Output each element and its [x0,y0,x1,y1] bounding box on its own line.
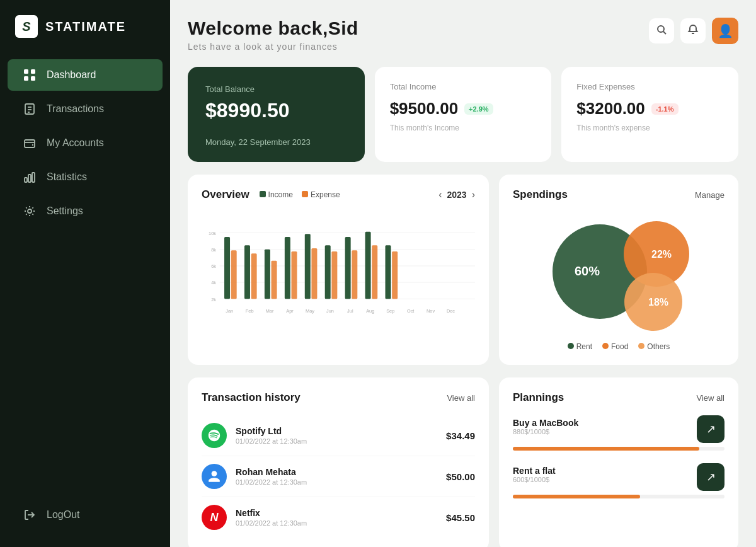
bottom-section: Transaction history View all Spotify Ltd… [188,377,738,547]
txn-date: 01/02/2022 at 12:30am [236,519,437,527]
table-row: Rohan Mehata 01/02/2022 at 12:30am $50.0… [202,456,475,497]
summary-cards: Total Balance $8990.50 Monday, 22 Septem… [188,67,738,162]
flat-progress-fill [513,495,640,498]
plan-progress-row [513,495,724,498]
svg-text:18%: 18% [648,297,668,308]
flat-progress-bar [513,495,724,498]
sidebar-item-settings[interactable]: Settings [8,195,163,227]
spendings-title: Spendings [513,188,568,201]
svg-point-15 [658,26,664,32]
arrow-icon: ↗ [706,470,716,484]
macbook-progress-fill [513,447,699,451]
macbook-plan-button[interactable]: ↗ [697,415,724,443]
svg-rect-43 [372,245,377,299]
svg-rect-2 [24,76,28,81]
fixed-expenses-amount: $3200.00 [576,99,644,118]
svg-point-9 [32,144,33,146]
total-balance-card: Total Balance $8990.50 Monday, 22 Septem… [188,67,365,162]
page-title: Welcome back,Sid [188,18,358,39]
svg-rect-30 [244,245,250,299]
search-button[interactable] [649,18,674,43]
spendings-legend: Rent Food Others [513,342,724,351]
svg-rect-42 [365,232,371,299]
fixed-expenses-label: Fixed Expenses [576,82,723,91]
logo-text: STATIMATE [45,20,126,34]
notification-button[interactable] [680,18,706,43]
expense-legend-item: Expense [302,190,340,199]
svg-text:8k: 8k [211,247,216,253]
sidebar-item-statistics[interactable]: Statistics [8,161,163,193]
overview-header-left: Overview Income Expense [202,188,340,201]
header-text: Welcome back,Sid Lets have a look at you… [188,18,358,52]
expenses-badge: -1.1% [651,103,679,115]
svg-rect-41 [352,250,357,299]
svg-rect-39 [331,251,337,299]
svg-text:Feb: Feb [246,308,254,314]
svg-text:Sep: Sep [386,308,394,314]
svg-rect-10 [25,178,27,182]
sidebar: S STATIMATE Dashboard Transactions [0,0,170,547]
svg-line-16 [663,32,666,34]
year-nav: ‹ 2023 › [438,189,475,200]
plan-progress-row [513,447,724,451]
svg-rect-44 [386,245,391,299]
fixed-expenses-card: Fixed Expenses $3200.00 -1.1% This month… [561,67,738,162]
avatar-button[interactable]: 👤 [712,18,738,44]
svg-rect-40 [345,237,351,299]
total-income-amount: $9500.00 [390,99,458,118]
main-content: Welcome back,Sid Lets have a look at you… [170,0,756,547]
sidebar-item-label: Transactions [47,103,104,115]
svg-rect-11 [28,175,31,182]
svg-text:60%: 60% [575,264,600,278]
overview-chart: 10k 8k 6k 4k 2k [202,211,475,337]
plan-sub: 600$/1000$ [513,476,556,483]
svg-rect-29 [231,250,237,299]
svg-text:Jul: Jul [347,308,353,314]
plan-item-left: Rent a flat 600$/1000$ [513,466,556,488]
gear-icon [23,204,37,218]
logout-icon [23,508,37,522]
prev-year-button[interactable]: ‹ [438,189,442,200]
total-income-sub: This month's Income [390,124,537,132]
logo-area: S STATIMATE [0,15,170,58]
sidebar-item-transactions[interactable]: Transactions [8,93,163,125]
svg-text:Jun: Jun [326,308,334,314]
flat-plan-button[interactable]: ↗ [697,463,724,491]
plan-sub: 880$/1000$ [513,428,578,435]
sidebar-item-label: Statistics [47,171,87,183]
fixed-expenses-sub: This month's expense [576,124,723,132]
next-year-button[interactable]: › [472,189,475,200]
svg-text:Oct: Oct [407,308,414,314]
sidebar-item-logout[interactable]: LogOut [8,499,163,531]
overview-card: Overview Income Expense ‹ 2023 › [188,175,489,365]
txn-amount: $45.50 [446,512,475,523]
svg-rect-8 [25,140,35,147]
bar-chart-icon [23,170,37,184]
transaction-history-card: Transaction history View all Spotify Ltd… [188,377,489,547]
total-income-label: Total Income [390,82,537,91]
svg-point-13 [28,209,32,213]
manage-link[interactable]: Manage [695,190,724,200]
year-label: 2023 [447,190,467,200]
sidebar-item-label: Dashboard [47,69,96,81]
income-badge: +2.9% [464,103,493,115]
svg-text:6k: 6k [211,263,216,269]
svg-text:2k: 2k [211,297,216,302]
txn-name: Netfix [236,508,437,518]
middle-section: Overview Income Expense ‹ 2023 › [188,175,738,365]
avatar-icon: 👤 [718,23,733,38]
spendings-card: Spendings Manage 60% 22% 18% Rent Food O… [499,175,738,365]
spotify-logo [202,423,227,448]
txn-view-all[interactable]: View all [447,393,475,403]
plannings-view-all[interactable]: View all [696,393,724,403]
total-balance-label: Total Balance [205,84,347,94]
sidebar-item-accounts[interactable]: My Accounts [8,127,163,159]
svg-rect-32 [265,250,270,299]
plan-header: Plannings View all [513,391,724,404]
svg-text:Mar: Mar [266,308,274,314]
list-item: Buy a MacBook 880$/1000$ ↗ [513,415,724,451]
plan-name: Buy a MacBook [513,418,578,428]
page-subtitle: Lets have a look at your finances [188,42,358,52]
svg-rect-38 [325,245,331,299]
sidebar-item-dashboard[interactable]: Dashboard [8,59,163,91]
